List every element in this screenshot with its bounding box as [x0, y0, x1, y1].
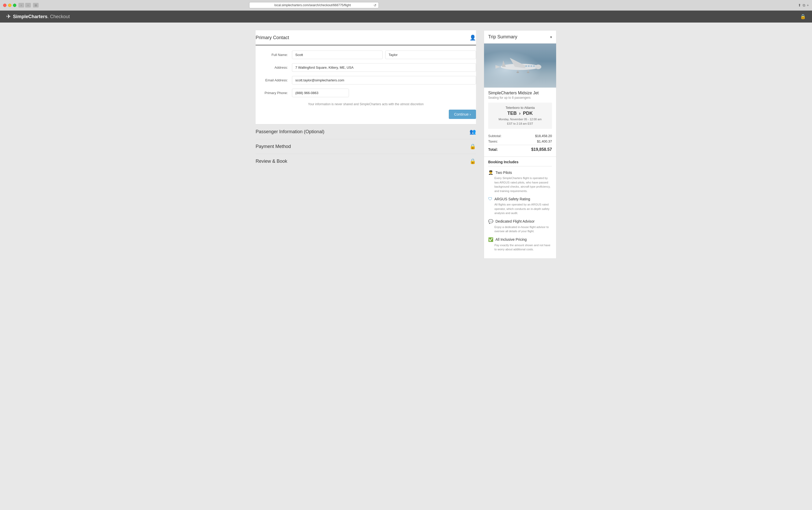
advisor-icon: 💬: [488, 219, 493, 224]
review-book-title: Review & Book: [256, 159, 287, 164]
sidebar-toggle-button[interactable]: ⊟: [33, 3, 39, 7]
svg-marker-2: [495, 65, 501, 69]
phone-input[interactable]: [292, 89, 349, 97]
new-tab-button[interactable]: ⧉: [803, 3, 805, 7]
primary-contact-section: Primary Contact 👤 Full Name: Address:: [256, 30, 476, 124]
svg-point-1: [535, 64, 541, 69]
plane-image: [484, 43, 556, 88]
phone-label: Primary Phone:: [256, 91, 292, 95]
svg-marker-3: [502, 60, 506, 67]
jet-info: SimpleCharters Midsize Jet Seating for u…: [484, 88, 556, 102]
route-label: Teterboro to Atlanta: [491, 106, 549, 110]
pricing-desc: Pay exactly the amount shown and not hav…: [488, 243, 552, 252]
argus-title: ARGUS Safety Rating: [494, 197, 530, 201]
payment-lock-icon: 🔒: [469, 143, 476, 150]
chevron-down-icon: ▾: [550, 35, 552, 39]
review-book-section[interactable]: Review & Book 🔒: [256, 154, 476, 169]
add-tab-button[interactable]: +: [807, 3, 809, 7]
booking-item-argus: 🛡 ARGUS Safety Rating All flights are op…: [488, 197, 552, 215]
address-bar[interactable]: local.simplecharters.com/search/checkout…: [249, 2, 379, 8]
close-button[interactable]: [3, 4, 6, 7]
route-arrow-icon: ›: [519, 111, 521, 116]
continue-button[interactable]: Continue ›: [449, 110, 476, 119]
passenger-info-section[interactable]: Passenger Information (Optional) 👥: [256, 124, 476, 139]
payment-method-title: Payment Method: [256, 144, 291, 149]
jet-name: SimpleCharters Midsize Jet: [488, 91, 552, 95]
address-inputs: [292, 63, 476, 72]
subtotal-label: Subtotal:: [488, 134, 501, 138]
passenger-icon: 👥: [469, 128, 476, 135]
email-input[interactable]: [292, 76, 476, 85]
address-row: Address:: [256, 63, 476, 72]
taxes-label: Taxes:: [488, 140, 498, 143]
booking-item-pricing: ✅ All Inclusive Pricing Pay exactly the …: [488, 237, 552, 252]
continue-row: Continue ›: [256, 110, 476, 119]
svg-rect-6: [528, 65, 530, 67]
email-inputs: [292, 76, 476, 85]
back-button[interactable]: ‹: [19, 3, 24, 7]
primary-contact-form: Full Name: Address: Email: [256, 46, 476, 124]
last-name-input[interactable]: [385, 51, 476, 59]
taxes-value: $1,400.37: [537, 140, 552, 143]
route-from: TEB: [508, 111, 517, 116]
checkout-label: Checkout: [50, 14, 70, 19]
full-name-label: Full Name:: [256, 53, 292, 57]
route-to: PDK: [523, 111, 533, 116]
email-label: Email Address:: [256, 78, 292, 82]
left-column: Primary Contact 👤 Full Name: Address:: [256, 30, 476, 169]
svg-rect-7: [530, 65, 532, 67]
advisor-desc: Enjoy a dedicated in-house flight adviso…: [488, 225, 552, 234]
right-column: Trip Summary ▾: [484, 30, 556, 259]
jet-seating: Seating for up to 8 passengers: [488, 96, 552, 99]
trip-summary-panel: Trip Summary ▾: [484, 30, 556, 259]
phone-row: Primary Phone:: [256, 89, 476, 97]
svg-point-12: [527, 71, 529, 73]
app-header: ✈ SimpleCharters. Checkout 🔒: [0, 11, 812, 23]
argus-icon: 🛡: [488, 197, 492, 201]
review-lock-icon: 🔒: [469, 158, 476, 164]
browser-right-buttons: ⬆ ⧉ +: [798, 3, 809, 7]
taxes-row: Taxes: $1,400.37: [488, 140, 552, 143]
svg-rect-8: [533, 65, 535, 67]
pricing-title: All Inclusive Pricing: [495, 237, 527, 242]
logo-icon: ✈: [6, 13, 11, 20]
booking-item-advisor: 💬 Dedicated Flight Advisor Enjoy a dedic…: [488, 219, 552, 234]
svg-rect-5: [525, 65, 527, 67]
booking-includes-title: Booking Includes: [488, 160, 552, 167]
forward-button[interactable]: ›: [25, 3, 31, 7]
advisor-title: Dedicated Flight Advisor: [495, 219, 534, 223]
full-name-row: Full Name:: [256, 51, 476, 59]
app-logo: ✈ SimpleCharters. Checkout: [6, 13, 70, 20]
address-input[interactable]: [292, 63, 476, 72]
route-codes: TEB › PDK: [491, 111, 549, 116]
flight-details-box: Teterboro to Atlanta TEB › PDK Monday, N…: [488, 102, 552, 129]
first-name-input[interactable]: [292, 51, 383, 59]
total-label: Total:: [488, 147, 498, 152]
contact-icon: 👤: [469, 34, 476, 41]
primary-contact-title: Primary Contact: [256, 35, 289, 40]
total-row: Total: $19,858.57: [488, 145, 552, 152]
passenger-info-title: Passenger Information (Optional): [256, 129, 324, 134]
address-label: Address:: [256, 66, 292, 69]
share-button[interactable]: ⬆: [798, 3, 801, 7]
minimize-button[interactable]: [8, 4, 11, 7]
payment-method-section[interactable]: Payment Method 🔒: [256, 139, 476, 154]
main-content: Primary Contact 👤 Full Name: Address:: [251, 23, 561, 266]
traffic-lights: [3, 4, 16, 7]
full-name-inputs: [292, 51, 476, 59]
trip-summary-title: Trip Summary: [488, 34, 517, 40]
pilots-icon: 👨‍✈️: [488, 170, 493, 175]
argus-desc: All flights are operated by an ARGUS rat…: [488, 202, 552, 215]
primary-contact-header: Primary Contact 👤: [256, 30, 476, 46]
refresh-button[interactable]: ↺: [374, 3, 376, 7]
email-row: Email Address:: [256, 76, 476, 85]
pricing-section: Subtotal: $18,458.20 Taxes: $1,400.37 To…: [484, 132, 556, 156]
browser-chrome: ‹ › ⊟ local.simplecharters.com/search/ch…: [0, 0, 812, 11]
maximize-button[interactable]: [13, 4, 16, 7]
plane-illustration: [494, 55, 546, 76]
trip-summary-header[interactable]: Trip Summary ▾: [484, 31, 556, 43]
privacy-note: Your information is never shared and Sim…: [256, 101, 476, 107]
phone-inputs: [292, 89, 476, 97]
logo-text: SimpleCharters. Checkout: [13, 14, 70, 20]
subtotal-row: Subtotal: $18,458.20: [488, 134, 552, 138]
